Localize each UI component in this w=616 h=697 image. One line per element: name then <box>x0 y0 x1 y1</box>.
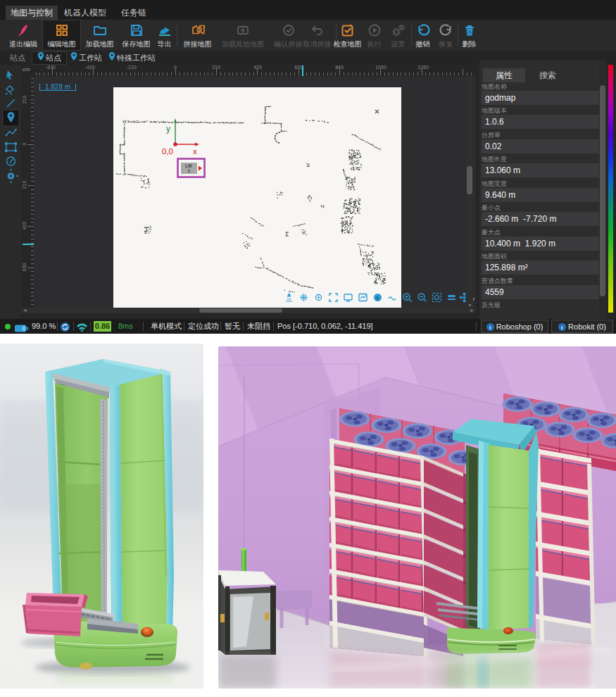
svg-text:i: i <box>561 325 562 331</box>
svg-text:1: 1 <box>188 168 191 173</box>
svg-text:LM: LM <box>185 163 191 168</box>
svg-text:x: x <box>193 147 197 156</box>
svg-text:0,0: 0,0 <box>162 147 173 156</box>
svg-text:i: i <box>489 325 491 331</box>
svg-text:i: i <box>377 295 378 301</box>
svg-text:y: y <box>166 124 170 134</box>
